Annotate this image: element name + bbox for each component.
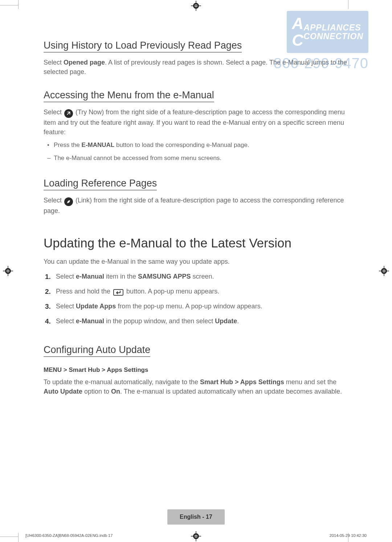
menu-path: MENU > Smart Hub > Apps Settings (44, 366, 348, 374)
heading-reference: Loading Reference Pages (44, 178, 157, 190)
brand-line2: CONNECTION (303, 32, 363, 41)
list-item: The e-Manual cannot be accessed from som… (54, 153, 348, 163)
registration-mark-icon (3, 266, 13, 276)
document-footer: [UH6300-6350-ZA]BN68-05942A-02ENG.indb 1… (25, 533, 367, 538)
link-icon (64, 197, 73, 206)
heading-menu: Accessing the Menu from the e-Manual (44, 90, 214, 102)
paragraph: To update the e-manual automatically, na… (44, 377, 348, 396)
list-item: 4.Select e-Manual in the popup window, a… (54, 316, 348, 326)
page-number-badge: English - 17 (167, 509, 225, 525)
brand-line1: APPLIANCES (303, 23, 361, 32)
doc-filename: [UH6300-6350-ZA]BN68-05942A-02ENG.indb 1… (25, 533, 113, 538)
heading-updating: Updating the e-Manual to the Latest Vers… (44, 236, 348, 250)
doc-timestamp: 2014-05-29 10:42:30 (330, 533, 367, 538)
crop-mark (0, 5, 18, 5)
list-item: 1.Select e-Manual item in the SAMSUNG AP… (54, 272, 348, 282)
dash-list: The e-Manual cannot be accessed from som… (54, 153, 348, 163)
crop-mark (18, 0, 19, 9)
brand-logo: AC APPLIANCES CONNECTION (287, 11, 368, 53)
paragraph: Select (Try Now) from the right side of … (44, 107, 348, 137)
heading-history: Using History to Load Previously Read Pa… (44, 40, 242, 53)
crop-mark (0, 537, 18, 537)
list-item: Press the E-MANUAL button to load the co… (54, 140, 348, 150)
watermark: AC APPLIANCES CONNECTION 800-299-9470 (270, 11, 368, 71)
bullet-list: Press the E-MANUAL button to load the co… (54, 140, 348, 150)
brand-phone: 800-299-9470 (270, 55, 368, 71)
page-content: AC APPLIANCES CONNECTION 800-299-9470 Us… (24, 0, 368, 542)
enter-button-icon (113, 289, 123, 296)
list-item: 2.Press and hold the button. A pop-up me… (54, 287, 348, 296)
paragraph: Select (Link) from the right side of a f… (44, 196, 348, 215)
crop-mark (18, 533, 19, 542)
heading-auto-update: Configuring Auto Update (44, 344, 150, 357)
registration-mark-icon (379, 266, 389, 276)
paragraph: You can update the e-Manual in the same … (44, 257, 348, 266)
list-item: 3.Select Update Apps from the pop-up men… (54, 301, 348, 311)
numbered-list: 1.Select e-Manual item in the SAMSUNG AP… (54, 272, 348, 326)
try-now-icon (64, 109, 73, 118)
